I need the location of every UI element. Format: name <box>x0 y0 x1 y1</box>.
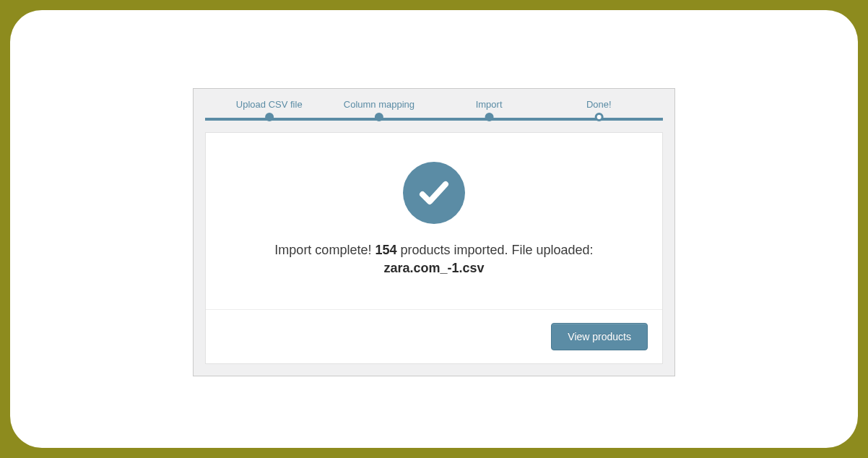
step-label: Column mapping <box>344 99 415 110</box>
status-mid: products imported. File uploaded: <box>396 243 593 257</box>
status-message: Import complete! 154 products imported. … <box>223 241 645 277</box>
step-dot-icon <box>265 113 274 121</box>
outer-card: Upload CSV file Column mapping Import Do… <box>10 10 858 448</box>
step-column-mapping: Column mapping <box>344 99 415 120</box>
view-products-button[interactable]: View products <box>551 323 648 350</box>
step-done: Done! <box>586 99 612 120</box>
step-label: Upload CSV file <box>236 99 303 110</box>
status-count: 154 <box>375 243 396 257</box>
success-check-icon <box>403 162 465 224</box>
status-filename: zara.com_-1.csv <box>383 261 484 275</box>
step-label: Import <box>476 99 503 110</box>
import-panel: Upload CSV file Column mapping Import Do… <box>193 88 675 376</box>
status-prefix: Import complete! <box>274 243 375 257</box>
content-main: Import complete! 154 products imported. … <box>206 133 662 309</box>
stepper: Upload CSV file Column mapping Import Do… <box>205 99 663 122</box>
content-card: Import complete! 154 products imported. … <box>205 132 663 364</box>
step-label: Done! <box>586 99 612 110</box>
step-import: Import <box>476 99 503 120</box>
step-upload: Upload CSV file <box>236 99 303 120</box>
content-footer: View products <box>206 309 662 363</box>
